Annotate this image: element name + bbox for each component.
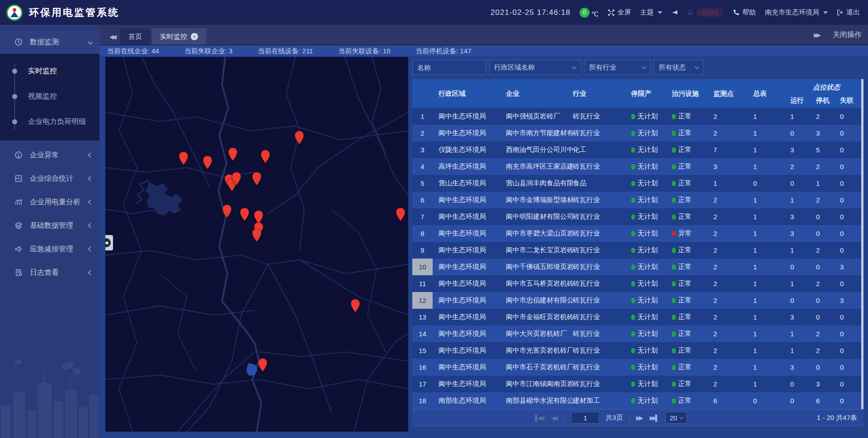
map-pin[interactable] [350, 299, 360, 315]
close-operations-button[interactable]: 关闭操作 [833, 30, 862, 40]
status-dot [631, 147, 635, 153]
table-row[interactable]: 13 阆中生态环境局 阆中市金福旺页岩机砖 砖瓦行业 无计划 正常 2 1 [412, 309, 863, 325]
map-pin[interactable] [294, 131, 304, 146]
divider [629, 414, 630, 422]
cell-points: 2 [710, 297, 751, 304]
sidebar-item-power-usage-analysis[interactable]: 企业用电量分析 [0, 190, 99, 214]
map-pin[interactable] [179, 151, 189, 167]
cell-region: 阆中生态环境局 [433, 263, 506, 271]
tab-realtime-monitoring[interactable]: 实时监控 × [152, 28, 206, 45]
map-pin[interactable] [203, 155, 212, 171]
table-scrollbar[interactable] [861, 79, 863, 409]
map-pin[interactable] [252, 228, 262, 244]
sidebar-item-enterprise-abnormal[interactable]: 企业异常 [0, 143, 99, 167]
tabs-scroll-left-button[interactable]: ◀◀ [106, 28, 118, 45]
table-row[interactable]: 5 营山生态环境局 营山县润丰肉食品有限 食品 无计划 正常 1 0 [412, 175, 863, 192]
map-pin[interactable] [396, 207, 406, 223]
cell-industry: 砖瓦行业 [573, 346, 630, 355]
sidebar-item-emergency-reduction[interactable]: 应急减排管理 [0, 237, 99, 261]
theme-dropdown[interactable]: 主题 [640, 8, 662, 17]
table-row[interactable]: 4 高坪生态环境局 南充市高坪区王家店建 砖瓦行业 无计划 正常 3 1 [412, 158, 863, 175]
logout-button[interactable]: 退出 [837, 8, 860, 17]
last-page-icon[interactable]: ▶▶▌ [650, 414, 659, 421]
table-row[interactable]: 6 阆中生态环境局 阆中市金博瑞新型墙材 砖瓦行业 无计划 正常 2 1 [412, 192, 863, 208]
notification-button[interactable]: 2632 [687, 8, 724, 17]
status-dot [631, 331, 635, 337]
cell-facility-status: 正常 [671, 146, 710, 154]
name-filter-input[interactable] [412, 60, 486, 75]
chevron-left-icon [88, 152, 93, 157]
table-row[interactable]: 2 阆中生态环境局 阆中市南方节能建材有 砖瓦行业 无计划 正常 2 1 [412, 125, 863, 141]
gauge-icon [14, 38, 24, 46]
table-row[interactable]: 11 阆中生态环境局 阆中市五马桥页岩机砖 砖瓦行业 无计划 正常 2 1 [412, 275, 863, 292]
map-pin[interactable] [252, 172, 262, 188]
cell-facility-status: 正常 [671, 330, 710, 338]
cell-lost: 0 [839, 129, 863, 137]
fullscreen-button[interactable]: 全屏 [608, 8, 631, 17]
status-dot [672, 365, 676, 370]
table-row[interactable]: 17 阆中生态环境局 阆中市江南镇阆南页岩 砖瓦行业 无计划 正常 2 1 [412, 376, 863, 392]
cell-region: 阆中生态环境局 [433, 229, 506, 238]
table-row[interactable]: 10 阆中生态环境局 阆中千佛镇五郎垭页岩 砖瓦行业 无计划 正常 2 1 [412, 259, 863, 275]
table-row[interactable]: 9 阆中生态环境局 阆中市二龙长宝页岩砖 砖瓦行业 无计划 正常 2 1 [412, 242, 863, 259]
cell-points: 2 [710, 347, 751, 354]
first-page-icon[interactable]: ▌◀◀ [535, 414, 544, 421]
table-row[interactable]: 7 阆中生态环境局 阆中明阳建材有限公司 砖瓦行业 无计划 正常 2 1 [412, 208, 863, 225]
map-pin[interactable] [222, 204, 232, 220]
table-row[interactable]: 15 阆中生态环境局 阆中市光富页岩机砖厂 砖瓦行业 无计划 正常 2 1 [412, 342, 863, 359]
map-pin[interactable] [258, 358, 268, 374]
cell-lost: 0 [839, 146, 863, 154]
fullscreen-icon [608, 9, 615, 16]
prev-page-icon[interactable]: ◀◀ [551, 414, 558, 421]
cell-stopped: 3 [814, 129, 839, 137]
cell-industry: 砖瓦行业 [573, 296, 630, 305]
industry-filter-select[interactable]: 所有行业 [584, 60, 651, 75]
cell-region: 阆中生态环境局 [433, 296, 506, 305]
sidebar-item-video-monitoring[interactable]: 视频监控 [0, 84, 99, 109]
table-row[interactable]: 8 阆中生态环境局 阆中市枣碧大梁山页岩 砖瓦行业 无计划 异常 2 1 [412, 225, 863, 242]
map-panel[interactable]: ◀ [105, 57, 408, 432]
map-pin[interactable] [231, 172, 241, 188]
status-dot [672, 315, 676, 320]
row-index: 13 [412, 313, 433, 321]
cell-points: 2 [710, 263, 751, 271]
help-button[interactable]: 帮助 [733, 8, 756, 17]
sidebar-item-data-monitoring[interactable]: 数据监测 [0, 30, 99, 54]
next-page-icon[interactable]: ▶▶ [636, 414, 643, 421]
map-collapse-handle[interactable]: ◀ [105, 235, 113, 250]
status-filter-select[interactable]: 所有状态 [654, 60, 703, 75]
map-pin[interactable] [240, 207, 250, 223]
sound-toggle[interactable] [671, 9, 678, 16]
table-row[interactable]: 12 阆中生态环境局 阆中市忠信建材有限公 砖瓦行业 无计划 正常 2 1 [412, 292, 863, 309]
table-row[interactable]: 16 阆中生态环境局 阆中市石子页岩机砖厂 砖瓦行业 无计划 正常 2 1 [412, 359, 863, 376]
sidebar-item-enterprise-statistics[interactable]: 企业综合统计 [0, 167, 99, 190]
cell-points: 2 [710, 246, 751, 254]
map-pin[interactable] [228, 147, 238, 163]
close-icon[interactable]: × [191, 33, 198, 40]
tab-home[interactable]: 首页 [120, 28, 150, 45]
page-size-select[interactable]: 20 [665, 412, 687, 424]
table-row[interactable]: 14 阆中生态环境局 阆中大兴页岩机砖厂 砖瓦行业 无计划 正常 2 1 [412, 325, 863, 342]
sidebar-item-power-load-detail[interactable]: 企业电力负荷明细 [0, 109, 99, 134]
region-filter-select[interactable]: 行政区域名称 [489, 60, 581, 75]
table-row[interactable]: 18 南部生态环境局 南部县砌华水泥有限公 建材加工 无计划 正常 6 0 [412, 392, 863, 409]
cell-running: 3 [789, 313, 814, 321]
cell-region: 营山生态环境局 [433, 179, 506, 188]
page-number-input[interactable] [571, 412, 599, 424]
cell-facility-status: 异常 [671, 229, 710, 238]
tabs-scroll-right-button[interactable]: ▶▶ [814, 32, 821, 38]
row-index: 6 [412, 196, 433, 204]
cell-points: 2 [710, 196, 751, 204]
sidebar-item-log-view[interactable]: 日志查看 [0, 261, 99, 284]
cell-stopped: 0 [814, 297, 839, 304]
map-pin[interactable] [260, 150, 270, 165]
sidebar-item-base-data-management[interactable]: 基础数据管理 [0, 214, 99, 237]
table-row[interactable]: 3 仪陇生态环境局 西南油气田分公司川中 化工 无计划 正常 7 1 [412, 141, 863, 158]
logout-icon [837, 9, 844, 16]
row-index: 7 [412, 213, 433, 221]
table-row[interactable]: 1 阆中生态环境局 阆中强锐页岩砖厂 砖瓦行业 无计划 正常 2 1 [412, 108, 863, 125]
status-dot [631, 164, 635, 170]
org-dropdown[interactable]: 南充市生态环境局 [765, 8, 828, 17]
sidebar-item-realtime-monitoring[interactable]: 实时监控 [0, 58, 99, 84]
cell-meters: 1 [751, 113, 789, 120]
